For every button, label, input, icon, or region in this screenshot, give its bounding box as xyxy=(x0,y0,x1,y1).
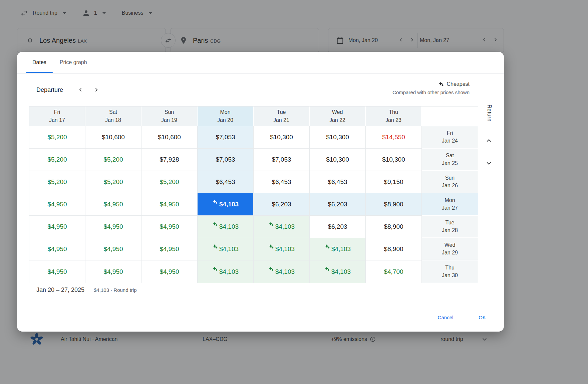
grid-corner xyxy=(422,107,478,126)
price-cell[interactable]: $10,300 xyxy=(310,126,366,149)
price-cell[interactable]: $4,950 xyxy=(29,216,85,238)
departure-label: Departure xyxy=(36,86,63,93)
selection-summary: Jan 20 – 27, 2025 $4,103 · Round trip xyxy=(36,286,137,294)
price-cell[interactable]: $5,200 xyxy=(141,171,198,193)
return-scroll-down-button[interactable] xyxy=(484,159,494,168)
price-cell[interactable]: $4,950 xyxy=(85,238,141,260)
price-cell[interactable]: $14,550 xyxy=(366,126,422,149)
tab-price-graph-label: Price graph xyxy=(60,59,87,65)
price-cell[interactable]: $4,103 xyxy=(198,238,254,260)
price-cell[interactable]: $4,103 xyxy=(198,260,254,283)
price-cell[interactable]: $8,900 xyxy=(366,216,422,238)
price-cell-selected[interactable]: $4,103 xyxy=(198,193,254,216)
dialog-tabs: Dates Price graph xyxy=(17,52,504,73)
sparkle-icon xyxy=(324,266,330,272)
sparkle-icon xyxy=(268,221,274,227)
depart-day-header: ThuJan 23 xyxy=(366,107,422,126)
price-cell[interactable]: $5,200 xyxy=(29,149,85,171)
price-cell[interactable]: $4,950 xyxy=(85,216,141,238)
cancel-button[interactable]: Cancel xyxy=(434,312,457,323)
price-cell[interactable]: $5,200 xyxy=(85,171,141,193)
price-cell[interactable]: $6,453 xyxy=(198,171,254,193)
price-cell[interactable]: $5,200 xyxy=(85,149,141,171)
return-day-label: SatJan 25 xyxy=(422,149,478,171)
sparkle-icon xyxy=(212,199,218,205)
price-cell[interactable]: $4,103 xyxy=(254,216,310,238)
price-cell[interactable]: $10,600 xyxy=(85,126,141,149)
price-cell[interactable]: $4,950 xyxy=(85,193,141,216)
depart-day-header: MonJan 20 xyxy=(198,107,254,126)
return-day-label: MonJan 27 xyxy=(422,193,478,216)
tab-price-graph[interactable]: Price graph xyxy=(53,52,94,73)
depart-day-header: FriJan 17 xyxy=(29,107,85,126)
price-cell[interactable]: $4,950 xyxy=(141,216,198,238)
price-cell[interactable]: $5,200 xyxy=(29,171,85,193)
chevron-down-icon xyxy=(485,159,493,168)
sparkle-icon xyxy=(212,244,218,249)
price-cell[interactable]: $8,900 xyxy=(366,238,422,260)
price-cell[interactable]: $6,453 xyxy=(310,171,366,193)
price-cell[interactable]: $10,600 xyxy=(141,126,198,149)
selected-price-summary: $4,103 · Round trip xyxy=(94,287,136,293)
price-cell[interactable]: $10,300 xyxy=(310,149,366,171)
price-cell[interactable]: $9,150 xyxy=(366,171,422,193)
price-cell[interactable]: $4,103 xyxy=(310,238,366,260)
date-picker-dialog: Dates Price graph Departure Cheapest Com… xyxy=(17,52,504,332)
depart-day-header: TueJan 21 xyxy=(254,107,310,126)
price-cell[interactable]: $6,203 xyxy=(310,193,366,216)
price-cell[interactable]: $4,950 xyxy=(29,238,85,260)
price-cell[interactable]: $7,928 xyxy=(141,149,198,171)
dialog-actions: Cancel OK xyxy=(434,312,489,323)
depart-day-header: WedJan 22 xyxy=(310,107,366,126)
return-day-label: SunJan 26 xyxy=(422,171,478,193)
price-cell[interactable]: $4,950 xyxy=(141,193,198,216)
cheapest-legend-title: Cheapest xyxy=(447,81,470,87)
return-scroll-up-button[interactable] xyxy=(484,136,494,145)
price-cell[interactable]: $4,103 xyxy=(310,260,366,283)
tab-dates-label: Dates xyxy=(32,59,46,65)
sparkle-icon xyxy=(438,81,444,87)
price-cell[interactable]: $6,453 xyxy=(254,171,310,193)
price-cell[interactable]: $7,053 xyxy=(254,149,310,171)
sparkle-icon xyxy=(268,266,274,272)
price-cell[interactable]: $4,950 xyxy=(85,260,141,283)
price-cell[interactable]: $4,950 xyxy=(29,260,85,283)
return-scroll-controls xyxy=(484,136,494,168)
sparkle-icon xyxy=(212,221,218,227)
departure-nav: Departure xyxy=(36,83,103,97)
price-cell[interactable]: $8,900 xyxy=(366,193,422,216)
tab-dates[interactable]: Dates xyxy=(26,52,53,73)
price-cell[interactable]: $4,700 xyxy=(366,260,422,283)
return-day-label: ThuJan 30 xyxy=(422,260,478,283)
price-cell[interactable]: $4,103 xyxy=(254,260,310,283)
price-grid: FriJan 17SatJan 18SunJan 19MonJan 20TueJ… xyxy=(29,106,478,283)
price-cell[interactable]: $6,203 xyxy=(310,216,366,238)
price-cell[interactable]: $7,053 xyxy=(198,149,254,171)
departure-prev-button[interactable] xyxy=(74,83,87,97)
chevron-right-icon xyxy=(93,86,100,93)
selected-date-range: Jan 20 – 27, 2025 xyxy=(36,286,84,294)
price-cell[interactable]: $4,950 xyxy=(29,193,85,216)
return-axis-label: Return xyxy=(486,105,492,122)
ok-button[interactable]: OK xyxy=(475,312,489,323)
sparkle-icon xyxy=(268,244,274,249)
price-cell[interactable]: $4,950 xyxy=(141,238,198,260)
price-cell[interactable]: $6,203 xyxy=(254,193,310,216)
price-cell[interactable]: $4,103 xyxy=(198,216,254,238)
price-cell[interactable]: $10,300 xyxy=(254,126,310,149)
return-day-label: WedJan 29 xyxy=(422,238,478,260)
depart-day-header: SatJan 18 xyxy=(85,107,141,126)
cheapest-legend: Cheapest Compared with other prices show… xyxy=(392,81,470,95)
return-day-label: TueJan 28 xyxy=(422,216,478,238)
return-day-label: FriJan 24 xyxy=(422,126,478,149)
sparkle-icon xyxy=(324,244,330,249)
price-cell[interactable]: $7,053 xyxy=(198,126,254,149)
cheapest-legend-subtitle: Compared with other prices shown xyxy=(392,89,470,95)
price-cell[interactable]: $10,300 xyxy=(366,149,422,171)
departure-next-button[interactable] xyxy=(90,83,103,97)
price-cell[interactable]: $5,200 xyxy=(29,126,85,149)
chevron-up-icon xyxy=(485,136,493,145)
price-cell[interactable]: $4,103 xyxy=(254,238,310,260)
price-cell[interactable]: $4,950 xyxy=(141,260,198,283)
depart-day-header: SunJan 19 xyxy=(141,107,198,126)
